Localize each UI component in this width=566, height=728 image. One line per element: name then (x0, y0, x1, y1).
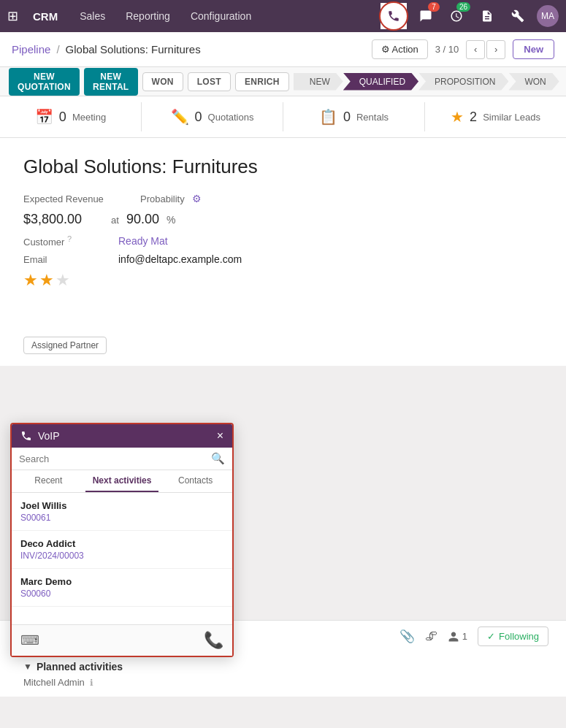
breadcrumb-parent[interactable]: Pipeline (12, 43, 50, 55)
star-icon: ★ (451, 108, 464, 126)
voip-tab-recent[interactable]: Recent (12, 470, 85, 492)
wrench-icon (511, 9, 524, 23)
new-record-button[interactable]: New (513, 39, 554, 59)
quotations-stat[interactable]: ✏️ 0 Quotations (142, 102, 283, 131)
pipeline-bar: NEW QUALIFIED PROPOSITION WON (294, 73, 559, 91)
follower-count: 1 (462, 631, 467, 642)
activities-section: ▼ Planned activities Mitchell Admin ℹ (0, 652, 566, 697)
at-text: at (111, 215, 119, 226)
document-icon (481, 9, 494, 23)
quotation-icon: ✏️ (171, 108, 189, 126)
percent-symbol: % (167, 214, 175, 226)
customer-row: Customer ? Ready Mat (23, 234, 543, 248)
activities-header[interactable]: ▼ Planned activities (23, 661, 543, 673)
activities-label: Planned activities (37, 661, 123, 673)
customer-help-icon[interactable]: ? (67, 234, 72, 243)
similar-leads-count: 2 (470, 110, 477, 125)
email-label: Email (23, 254, 111, 265)
won-button[interactable]: WON (142, 72, 183, 91)
voip-contact-2-name: Deco Addict (20, 538, 223, 549)
assigned-partner-tag[interactable]: Assigned Partner (23, 337, 107, 354)
person-icon (448, 631, 459, 643)
voip-contact-2[interactable]: Deco Addict INV/2024/00003 (12, 531, 232, 569)
partner-row: Assigned Partner (23, 329, 543, 354)
revenue-probability-row: Expected Revenue Probability ⚙ (23, 193, 543, 204)
voip-nav-button[interactable] (380, 3, 407, 29)
following-button[interactable]: ✓ Following (478, 627, 548, 646)
meeting-count: 0 (59, 110, 66, 125)
voip-contact-3-name: Marc Demo (20, 576, 223, 587)
document-icon-btn[interactable] (475, 4, 499, 28)
chat-badge: 7 (428, 2, 440, 12)
email-row: Email info@deltapc.example.com (23, 253, 543, 265)
breadcrumb-actions: ⚙ Action 3 / 10 ‹ › New (372, 39, 554, 59)
email-value[interactable]: info@deltapc.example.com (118, 253, 242, 265)
lost-button[interactable]: LOST (188, 72, 231, 91)
rentals-count: 0 (343, 110, 351, 125)
stage-qualified[interactable]: QUALIFIED (343, 73, 418, 91)
revenue-value-row: $3,800.00 at 90.00 % (23, 212, 543, 227)
new-rental-button[interactable]: NEW RENTAL (84, 68, 138, 96)
attachment-icon[interactable]: 📎 (399, 629, 415, 644)
voip-contact-1-name: Joel Willis (20, 500, 223, 511)
follower-icon: 1 (448, 631, 467, 643)
nav-reporting[interactable]: Reporting (121, 7, 175, 25)
info-icon[interactable]: ℹ (90, 678, 93, 688)
quotations-count: 0 (195, 110, 202, 125)
content-separator (0, 366, 566, 372)
expected-revenue-value[interactable]: $3,800.00 (23, 212, 82, 227)
rentals-stat[interactable]: 📋 0 Rentals (283, 102, 425, 131)
record-counter: 3 / 10 (435, 44, 459, 55)
nav-configuration[interactable]: Configuration (186, 7, 256, 25)
voip-header: VoIP × (12, 424, 232, 448)
prev-record-button[interactable]: ‹ (466, 40, 485, 59)
app-name: CRM (33, 10, 58, 23)
voip-title: VoIP (38, 430, 211, 442)
stage-proposition[interactable]: PROPOSITION (418, 73, 508, 91)
paperclip-icon[interactable]: 🖇 (425, 629, 437, 644)
main-content: Global Solutions: Furnitures Expected Re… (0, 138, 566, 366)
priority-stars[interactable]: ★ ★ ★ (23, 271, 543, 290)
customer-value[interactable]: Ready Mat (118, 235, 168, 247)
voip-tab-contacts[interactable]: Contacts (158, 470, 232, 492)
stats-bar: 📅 0 Meeting ✏️ 0 Quotations 📋 0 Rentals … (0, 96, 566, 138)
rentals-label: Rentals (356, 112, 389, 123)
voip-contact-1[interactable]: Joel Willis S00061 (12, 493, 232, 531)
new-quotation-button[interactable]: NEW QUOTATION (9, 68, 80, 96)
star-2[interactable]: ★ (39, 271, 54, 290)
meeting-stat[interactable]: 📅 0 Meeting (0, 102, 142, 131)
chat-icon-btn[interactable]: 7 (414, 4, 437, 28)
settings-icon-btn[interactable] (506, 4, 529, 28)
voip-call-icon[interactable]: 📞 (204, 631, 223, 650)
voip-keyboard-icon[interactable]: ⌨ (20, 632, 39, 648)
voip-contact-3[interactable]: Marc Demo S00060 (12, 569, 232, 607)
nav-sales[interactable]: Sales (75, 7, 110, 25)
voip-search-input[interactable] (19, 453, 207, 464)
record-title: Global Solutions: Furnitures (23, 156, 543, 178)
stage-new[interactable]: NEW (294, 73, 343, 91)
probability-gear-icon[interactable]: ⚙ (192, 193, 202, 204)
breadcrumb-current: Global Solutions: Furnitures (66, 43, 201, 55)
voip-tab-next-activities[interactable]: Next activities (85, 470, 159, 492)
similar-leads-label: Similar Leads (483, 112, 540, 123)
user-avatar[interactable]: MA (537, 5, 559, 27)
stage-won[interactable]: WON (508, 73, 559, 91)
clock-icon-btn[interactable]: 26 (445, 4, 468, 28)
voip-close-button[interactable]: × (217, 430, 223, 442)
star-3[interactable]: ★ (56, 271, 70, 290)
probability-group: Probability ⚙ (140, 193, 202, 204)
expected-revenue-group: Expected Revenue (23, 194, 111, 204)
nav-arrows: ‹ › (466, 40, 505, 59)
activity-user: Mitchell Admin ℹ (23, 677, 543, 688)
enrich-button[interactable]: ENRICH (235, 72, 289, 91)
voip-contact-1-ref: S00061 (20, 513, 223, 523)
star-1[interactable]: ★ (23, 271, 38, 290)
apps-grid-icon[interactable]: ⊞ (7, 8, 18, 24)
expected-revenue-label: Expected Revenue (23, 194, 111, 204)
customer-label: Customer ? (23, 234, 111, 248)
next-record-button[interactable]: › (486, 40, 505, 59)
quotations-label: Quotations (208, 112, 254, 123)
probability-value[interactable]: 90.00 (126, 212, 159, 227)
action-button[interactable]: ⚙ Action (372, 39, 428, 59)
similar-leads-stat[interactable]: ★ 2 Similar Leads (425, 102, 566, 131)
